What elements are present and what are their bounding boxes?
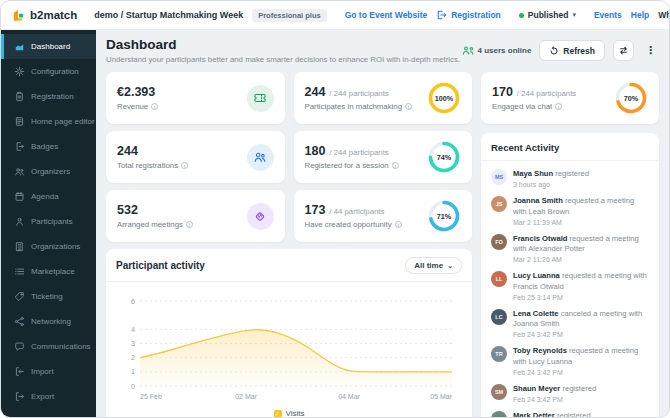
activity-item[interactable]: LLLucy Luanna requested a meeting with F… xyxy=(491,271,649,301)
info-icon[interactable]: i xyxy=(395,221,402,228)
session-donut: 74% xyxy=(427,140,461,174)
participant-activity-card: Participant activity All time ⌄ 01234625… xyxy=(106,249,472,418)
sidebar-item-badges[interactable]: Badges xyxy=(1,134,96,159)
activity-time: Feb 24 3:42 PM xyxy=(513,396,596,403)
ticket-icon xyxy=(247,85,274,112)
info-icon[interactable]: i xyxy=(392,162,399,169)
sidebar-item-label: Badges xyxy=(31,142,58,151)
activity-item[interactable]: FOFrancis Otwald requested a meeting wit… xyxy=(491,234,649,264)
events-link[interactable]: Events xyxy=(594,10,622,20)
brand[interactable]: b2match xyxy=(11,8,77,23)
meetings-card: 532 Arranged meetingsi xyxy=(106,190,285,242)
info-icon[interactable]: i xyxy=(555,103,562,110)
chevron-down-icon: ⌄ xyxy=(447,262,453,270)
matchmaking-donut: 100% xyxy=(427,81,461,115)
sidebar-item-organizers[interactable]: Organizers xyxy=(1,159,96,184)
sidebar-item-organizations[interactable]: Organizations xyxy=(1,234,96,259)
sidebar-item-dashboard[interactable]: Dashboard xyxy=(1,34,96,59)
activity-item[interactable]: MSMaya Shun registered3 hours ago xyxy=(491,169,649,188)
opportunity-donut: 71% xyxy=(427,199,461,233)
go-to-event-website-link[interactable]: Go to Event Website xyxy=(345,10,428,20)
activity-area-chart: 01234625 Feb02 Mar04 Mar05 Mar xyxy=(116,286,460,404)
publish-status-dropdown[interactable]: Published ▾ xyxy=(519,10,576,20)
tag-icon xyxy=(14,291,25,302)
breadcrumb[interactable]: demo / Startup Matchmaking Week xyxy=(94,10,243,20)
info-icon[interactable]: i xyxy=(405,103,412,110)
activity-item[interactable]: MDMark Detter registeredFeb 24 3:42 PM xyxy=(491,411,649,418)
badge-icon xyxy=(14,141,25,152)
sidebar-item-agenda[interactable]: Agenda xyxy=(1,184,96,209)
page-header: Dashboard Understand your participants b… xyxy=(106,37,659,64)
stats-column: €2.393 Revenuei 244/ 244 participants Pa… xyxy=(106,72,472,418)
activity-time: Feb 25 3:14 PM xyxy=(513,294,649,301)
sidebar-item-registration[interactable]: Registration xyxy=(1,84,96,109)
building-icon xyxy=(14,241,25,252)
activity-text: Joanna Smith requested a meeting with Le… xyxy=(513,196,649,217)
svg-text:74%: 74% xyxy=(437,153,452,162)
dashboard-icon xyxy=(14,41,25,52)
engaged-card: 170/ 244 participants Engaged via chati … xyxy=(481,72,659,124)
sidebar-item-home-page-editor[interactable]: Home page editor xyxy=(1,109,96,134)
legend-checkbox-icon[interactable]: ✓ xyxy=(274,410,282,418)
sidebar-item-communications[interactable]: Communications xyxy=(1,334,96,359)
svg-text:1: 1 xyxy=(131,368,135,375)
avatar: SM xyxy=(491,384,507,400)
sidebar-item-import[interactable]: Import xyxy=(1,359,96,384)
sync-button[interactable] xyxy=(613,40,634,61)
help-link[interactable]: Help xyxy=(631,10,649,20)
sidebar-item-label: Dashboard xyxy=(31,42,70,51)
activity-text: Lucy Luanna requested a meeting with Fra… xyxy=(513,271,649,292)
avatar: MS xyxy=(491,169,507,185)
svg-text:0: 0 xyxy=(131,383,135,390)
matchmaking-card: 244/ 244 participants Participates in ma… xyxy=(294,72,473,124)
plan-badge: Professional plus xyxy=(252,9,327,22)
sidebar-item-label: Communications xyxy=(31,342,91,351)
sidebar-nav: DashboardConfigurationRegistrationHome p… xyxy=(1,30,96,418)
registration-link[interactable]: Registration xyxy=(436,9,501,21)
activity-item[interactable]: LCLena Colette canceled a meeting with J… xyxy=(491,309,649,339)
people-icon xyxy=(247,144,274,171)
sidebar-item-export[interactable]: Export xyxy=(1,384,96,409)
whats-new-link[interactable]: What's new xyxy=(658,10,670,20)
people-icon xyxy=(14,166,25,177)
session-card: 180/ 244 participants Registered for a s… xyxy=(294,131,473,183)
avatar: JS xyxy=(491,196,507,212)
activity-item[interactable]: JSJoanna Smith requested a meeting with … xyxy=(491,196,649,226)
chart-legend[interactable]: ✓ Visits xyxy=(116,409,462,418)
export-icon xyxy=(14,391,25,402)
registrations-card: 244 Total registrationsi xyxy=(106,131,285,183)
avatar: LL xyxy=(491,271,507,287)
activity-time: Mar 2 11:39 AM xyxy=(513,219,649,226)
page-subtitle: Understand your participants better and … xyxy=(106,55,460,64)
time-range-dropdown[interactable]: All time ⌄ xyxy=(405,257,462,274)
sidebar-item-configuration[interactable]: Configuration xyxy=(1,59,96,84)
sync-arrows-icon xyxy=(618,45,629,56)
activity-item[interactable]: TRToby Reynolds requested a meeting with… xyxy=(491,346,649,376)
refresh-button[interactable]: Refresh xyxy=(539,40,605,61)
sidebar-item-label: Participants xyxy=(31,217,73,226)
person-icon xyxy=(14,216,25,227)
recent-activity-card: Recent Activity MSMaya Shun registered3 … xyxy=(481,133,659,418)
users-online-badge: 4 users online xyxy=(462,46,532,55)
handshake-icon xyxy=(247,203,274,230)
kebab-menu-icon[interactable]: ⋮ xyxy=(642,44,659,57)
published-dot-icon xyxy=(519,13,524,18)
topbar: b2match demo / Startup Matchmaking Week … xyxy=(1,1,669,30)
sidebar-item-label: Marketplace xyxy=(31,267,75,276)
engaged-donut: 70% xyxy=(614,81,648,115)
info-icon[interactable]: i xyxy=(186,221,193,228)
calendar-icon xyxy=(14,191,25,202)
avatar: FO xyxy=(491,234,507,250)
info-icon[interactable]: i xyxy=(181,162,188,169)
sidebar-item-ticketing[interactable]: Ticketing xyxy=(1,284,96,309)
sidebar-item-participants[interactable]: Participants xyxy=(1,209,96,234)
legend-label: Visits xyxy=(286,409,305,418)
activity-time: 3 hours ago xyxy=(513,181,589,188)
activity-item[interactable]: SMShaun Meyer registeredFeb 24 3:42 PM xyxy=(491,384,649,403)
activity-text: Shaun Meyer registered xyxy=(513,384,596,394)
info-icon[interactable]: i xyxy=(151,103,158,110)
svg-text:100%: 100% xyxy=(435,94,454,103)
sidebar-item-networking[interactable]: Networking xyxy=(1,309,96,334)
sidebar-item-marketplace[interactable]: Marketplace xyxy=(1,259,96,284)
chart-title: Participant activity xyxy=(116,260,205,271)
